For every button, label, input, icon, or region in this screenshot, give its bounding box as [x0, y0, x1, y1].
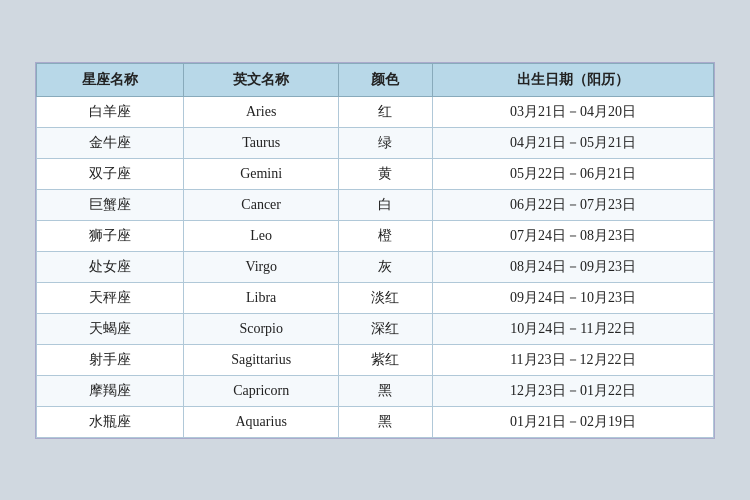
table-row: 巨蟹座Cancer白06月22日－07月23日 — [37, 189, 714, 220]
table-cell: 淡红 — [339, 282, 433, 313]
table-cell: 橙 — [339, 220, 433, 251]
table-cell: 紫红 — [339, 344, 433, 375]
table-row: 天秤座Libra淡红09月24日－10月23日 — [37, 282, 714, 313]
table-row: 狮子座Leo橙07月24日－08月23日 — [37, 220, 714, 251]
table-cell: 07月24日－08月23日 — [432, 220, 713, 251]
zodiac-table: 星座名称 英文名称 颜色 出生日期（阳历） 白羊座Aries红03月21日－04… — [36, 63, 714, 438]
table-row: 摩羯座Capricorn黑12月23日－01月22日 — [37, 375, 714, 406]
table-cell: 05月22日－06月21日 — [432, 158, 713, 189]
table-cell: 巨蟹座 — [37, 189, 184, 220]
table-cell: Libra — [184, 282, 339, 313]
table-row: 天蝎座Scorpio深红10月24日－11月22日 — [37, 313, 714, 344]
table-cell: 黑 — [339, 375, 433, 406]
table-cell: 10月24日－11月22日 — [432, 313, 713, 344]
col-header-birthday: 出生日期（阳历） — [432, 63, 713, 96]
table-cell: 09月24日－10月23日 — [432, 282, 713, 313]
table-cell: Leo — [184, 220, 339, 251]
zodiac-table-container: 星座名称 英文名称 颜色 出生日期（阳历） 白羊座Aries红03月21日－04… — [35, 62, 715, 439]
table-cell: 白 — [339, 189, 433, 220]
table-cell: Aquarius — [184, 406, 339, 437]
col-header-color: 颜色 — [339, 63, 433, 96]
table-cell: 黑 — [339, 406, 433, 437]
table-cell: 黄 — [339, 158, 433, 189]
table-cell: 04月21日－05月21日 — [432, 127, 713, 158]
table-cell: 白羊座 — [37, 96, 184, 127]
table-row: 双子座Gemini黄05月22日－06月21日 — [37, 158, 714, 189]
table-row: 射手座Sagittarius紫红11月23日－12月22日 — [37, 344, 714, 375]
table-cell: 06月22日－07月23日 — [432, 189, 713, 220]
table-cell: Virgo — [184, 251, 339, 282]
table-cell: 射手座 — [37, 344, 184, 375]
table-cell: 11月23日－12月22日 — [432, 344, 713, 375]
table-cell: 08月24日－09月23日 — [432, 251, 713, 282]
table-cell: 01月21日－02月19日 — [432, 406, 713, 437]
table-cell: 12月23日－01月22日 — [432, 375, 713, 406]
table-cell: 双子座 — [37, 158, 184, 189]
table-cell: 狮子座 — [37, 220, 184, 251]
table-cell: 摩羯座 — [37, 375, 184, 406]
table-cell: Scorpio — [184, 313, 339, 344]
table-row: 金牛座Taurus绿04月21日－05月21日 — [37, 127, 714, 158]
table-cell: Sagittarius — [184, 344, 339, 375]
table-header-row: 星座名称 英文名称 颜色 出生日期（阳历） — [37, 63, 714, 96]
table-cell: 绿 — [339, 127, 433, 158]
table-cell: 灰 — [339, 251, 433, 282]
table-cell: Aries — [184, 96, 339, 127]
table-cell: Taurus — [184, 127, 339, 158]
table-cell: 天蝎座 — [37, 313, 184, 344]
table-row: 水瓶座Aquarius黑01月21日－02月19日 — [37, 406, 714, 437]
table-cell: 天秤座 — [37, 282, 184, 313]
table-cell: 红 — [339, 96, 433, 127]
col-header-chinese-name: 星座名称 — [37, 63, 184, 96]
table-cell: Capricorn — [184, 375, 339, 406]
table-row: 处女座Virgo灰08月24日－09月23日 — [37, 251, 714, 282]
table-cell: 水瓶座 — [37, 406, 184, 437]
table-cell: 处女座 — [37, 251, 184, 282]
col-header-english-name: 英文名称 — [184, 63, 339, 96]
table-cell: 金牛座 — [37, 127, 184, 158]
table-cell: Cancer — [184, 189, 339, 220]
table-cell: 03月21日－04月20日 — [432, 96, 713, 127]
table-row: 白羊座Aries红03月21日－04月20日 — [37, 96, 714, 127]
table-cell: 深红 — [339, 313, 433, 344]
table-cell: Gemini — [184, 158, 339, 189]
